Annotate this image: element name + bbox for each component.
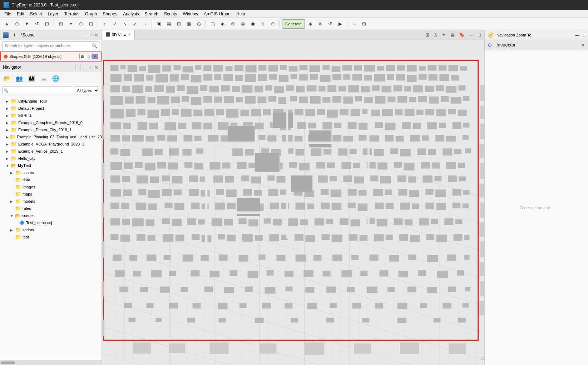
viewport-render[interactable]: ▤ [449, 31, 456, 38]
toolbar-poly3[interactable]: ▩ [184, 19, 193, 29]
toolbar-arc[interactable]: ◷ [194, 19, 203, 29]
toolbar-measure[interactable]: ↔ [350, 19, 359, 29]
tree-item[interactable]: ▶ 📁 models [0, 198, 102, 205]
toolbar-gen4[interactable]: ▶ [336, 19, 345, 29]
nav-group[interactable]: 👨‍👩‍👧 [26, 74, 36, 84]
tree-item[interactable]: ▶ 📁 Example_VCGA_Playground_2023_1 [0, 140, 102, 148]
toolbar-dropdown[interactable]: ▼ [22, 19, 31, 29]
toolbar-snap[interactable]: ⊞ [56, 19, 65, 29]
tree-item[interactable]: ▶ 📁 CityEngine_Tour [0, 98, 102, 105]
viewport-lighting[interactable]: ☀ [440, 31, 448, 38]
menu-help[interactable]: Help [233, 11, 248, 17]
toolbar-graph5[interactable]: ◉ [248, 19, 257, 29]
toolbar-graph4[interactable]: ◎ [238, 19, 247, 29]
toolbar-graph6[interactable]: ◊ [258, 19, 267, 29]
toolbar-poly1[interactable]: ▤ [164, 19, 173, 29]
tree-item[interactable]: ▼ 📂 MyTest [0, 162, 102, 169]
nav-cloud[interactable]: ☁ [39, 74, 49, 84]
toolbar-graph2[interactable]: ◈ [218, 19, 227, 29]
tree-item[interactable]: ▶ 📁 Example_Complete_Streets_2016_0 [0, 119, 102, 126]
toolbar-generate[interactable]: Generate [282, 19, 305, 29]
viewport-minimize[interactable]: — [468, 31, 475, 38]
nav-options[interactable]: ⋮⋮ [73, 64, 83, 70]
toolbar-poly2[interactable]: ⊟ [174, 19, 183, 29]
scene-minimize[interactable]: — [85, 32, 89, 38]
tree-item[interactable]: 📁 rules [0, 205, 102, 212]
layer-check[interactable]: ✓ [92, 54, 98, 59]
toolbar-align[interactable]: ✦ [66, 19, 75, 29]
scrollbar-thumb[interactable] [1, 361, 15, 364]
tree-item[interactable]: 📁 maps [0, 191, 102, 198]
toolbar-fly3[interactable]: ↙ [130, 19, 139, 29]
tree-item[interactable]: ▶ 📁 ESRI.lib [0, 112, 102, 119]
tree-item[interactable]: ▶ 📁 Example_Desert_City_2019_1 [0, 126, 102, 133]
tree-item[interactable]: ▼ 📂 scenes [0, 212, 102, 219]
toolbar-gen3[interactable]: ↺ [326, 19, 335, 29]
tree-item[interactable]: 📁 images [0, 183, 102, 191]
menu-analysis[interactable]: Analysis [120, 11, 142, 17]
viewport-bookmark2[interactable]: 🔖 [458, 31, 466, 38]
nav-type-filter[interactable]: All types [74, 87, 99, 94]
nav-local-folder[interactable]: 📂 [2, 74, 12, 84]
scene-search-input[interactable] [3, 44, 90, 48]
menu-select[interactable]: Select [27, 11, 45, 17]
tree-item[interactable]: ▶ 📁 assets [0, 169, 102, 176]
tree-item[interactable]: ▶ 📁 scripts [0, 226, 102, 233]
toolbar-select[interactable]: ▲ [2, 19, 11, 29]
tree-item[interactable]: ▶ 📁 Example_Venice_2019_1 [0, 148, 102, 155]
toolbar-grid[interactable]: ⊡ [86, 19, 95, 29]
menu-edit[interactable]: Edit [14, 11, 27, 17]
nav-minimize[interactable]: — [85, 64, 89, 70]
tree-item[interactable]: 📁 data [0, 176, 102, 183]
nav-close[interactable]: ✕ [94, 64, 99, 70]
inspector-close[interactable]: ✕ [581, 42, 585, 48]
toolbar-fly1[interactable]: ↗ [110, 19, 119, 29]
toolbar-gen1[interactable]: ◈ [306, 19, 315, 29]
viewport-camera[interactable]: ◎ [432, 31, 439, 38]
scene-close[interactable]: ✕ [94, 32, 99, 38]
toolbar-move[interactable]: ⊕ [12, 19, 21, 29]
toolbar-graph7[interactable]: ⊕ [268, 19, 277, 29]
toolbar-gen2[interactable]: ✕ [316, 19, 325, 29]
nav-users[interactable]: 👥 [14, 74, 24, 84]
menu-scripts[interactable]: Scripts [161, 11, 180, 17]
nav-search-input[interactable] [10, 88, 72, 93]
viewport-tab-close[interactable]: ✕ [128, 33, 131, 36]
nav-portal[interactable]: 🌐 [51, 74, 61, 84]
toolbar-walk[interactable]: ↑ [100, 19, 109, 29]
viewport-view-mode[interactable]: ⊞ [424, 31, 431, 38]
menu-graph[interactable]: Graph [82, 11, 100, 17]
toolbar-pen[interactable]: ▣ [154, 19, 163, 29]
toolbar-fly2[interactable]: ↘ [120, 19, 129, 29]
menu-file[interactable]: File [1, 11, 14, 17]
menu-window[interactable]: Window [180, 11, 201, 17]
viewport-maximize[interactable]: □ [476, 31, 482, 38]
tree-item[interactable]: ▶ 📁 Example_Planning_03_Zoning_and_Land_… [0, 133, 102, 140]
menu-layer[interactable]: Layer [45, 11, 61, 17]
toolbar-rotate[interactable]: ↺ [32, 19, 41, 29]
layer-hatch[interactable]: ▦ [79, 54, 85, 59]
tree-item[interactable]: ▶ 📁 Default Project [0, 105, 102, 112]
toolbar-distribute[interactable]: ⊕ [76, 19, 85, 29]
nav-scrollbar[interactable] [0, 360, 102, 365]
tree-item[interactable]: ▶ 📁 Hello_city [0, 155, 102, 162]
tab-3d-view[interactable]: ⬛ 3D View ✕ [102, 30, 135, 40]
toolbar-scale[interactable]: ⊡ [42, 19, 51, 29]
toolbar-bookmark[interactable]: ⊞ [360, 19, 369, 29]
menu-terrains[interactable]: Terrains [61, 11, 82, 17]
scene-maximize[interactable]: □ [90, 32, 93, 38]
viewport-canvas[interactable]: CSDN @海码007 [102, 40, 484, 365]
menu-shapes[interactable]: Shapes [100, 11, 120, 17]
toolbar-pan[interactable]: → [140, 19, 149, 29]
toolbar-graph1[interactable]: ▢ [208, 19, 217, 29]
toolbar-graph3[interactable]: ⊛ [228, 19, 237, 29]
right-minimize[interactable]: — [575, 33, 579, 37]
layer-item[interactable]: ⬟ Shapes 郑州 [123619 objects] ▦ □ ✓ [0, 51, 102, 61]
nav-maximize[interactable]: □ [90, 64, 93, 70]
tree-item[interactable]: 📁 test [0, 233, 102, 241]
menu-search[interactable]: Search [142, 11, 161, 17]
layer-box[interactable]: □ [86, 54, 92, 59]
right-maximize[interactable]: □ [583, 33, 585, 37]
scene-add-layer[interactable]: + [11, 31, 19, 39]
tree-item[interactable]: 🔷 Test_scene.cej [0, 219, 102, 226]
